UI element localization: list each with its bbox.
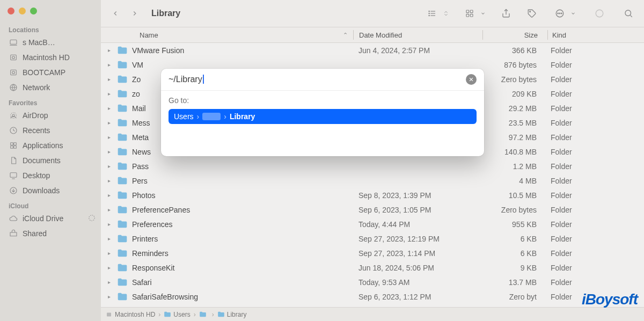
- pathbar-item[interactable]: [199, 311, 209, 318]
- folder-icon: [217, 311, 225, 318]
- disclosure-triangle-icon[interactable]: ▸: [101, 221, 117, 227]
- file-row[interactable]: ▸SafariToday, 9:53 AM13.7 MBFolder: [101, 275, 644, 289]
- disclosure-triangle-icon[interactable]: ▸: [101, 294, 117, 300]
- sidebar-section-title: Locations: [0, 22, 101, 35]
- sidebar-item[interactable]: Recents: [0, 123, 101, 138]
- minimize-window-button[interactable]: [19, 8, 26, 14]
- svg-rect-14: [10, 173, 17, 178]
- tag-icon[interactable]: [524, 6, 540, 20]
- disclosure-triangle-icon[interactable]: ▸: [101, 163, 117, 169]
- file-row[interactable]: ▸PreferencesToday, 4:44 PM955 KBFolder: [101, 217, 644, 231]
- disclosure-triangle-icon[interactable]: ▸: [101, 134, 117, 140]
- goto-label: Go to:: [169, 96, 477, 105]
- disclosure-triangle-icon[interactable]: ▸: [101, 250, 117, 256]
- file-name: SafariSafeBrowsing: [132, 293, 198, 301]
- sidebar-item[interactable]: Network: [0, 80, 101, 95]
- disclosure-triangle-icon[interactable]: ▸: [101, 120, 117, 126]
- sidebar-item[interactable]: Documents: [0, 153, 101, 168]
- sidebar-item[interactable]: Downloads: [0, 183, 101, 198]
- chevron-down-icon[interactable]: [570, 6, 576, 20]
- file-kind: Folder: [546, 104, 644, 113]
- sort-ascending-icon: ⌃: [343, 32, 348, 39]
- column-header-date[interactable]: Date Modified: [354, 31, 482, 39]
- folder-icon: [117, 177, 128, 185]
- disclosure-triangle-icon[interactable]: ▸: [101, 279, 117, 285]
- sidebar-item[interactable]: Applications: [0, 138, 101, 153]
- sidebar-item[interactable]: BOOTCAMP: [0, 65, 101, 80]
- file-name: zo: [132, 90, 140, 98]
- disclosure-triangle-icon[interactable]: ▸: [101, 76, 117, 82]
- disclosure-triangle-icon[interactable]: ▸: [101, 207, 117, 213]
- search-icon[interactable]: [620, 6, 636, 20]
- file-row[interactable]: ▸VMware FusionJun 4, 2024, 2:57 PM366 KB…: [101, 43, 644, 57]
- maximize-window-button[interactable]: [30, 8, 37, 14]
- pathbar-item[interactable]: Library: [217, 311, 247, 318]
- file-row[interactable]: ▸SafariSafeBrowsingSep 6, 2023, 1:12 PMZ…: [101, 289, 644, 304]
- svg-rect-27: [466, 14, 469, 17]
- disclosure-triangle-icon[interactable]: ▸: [101, 178, 117, 184]
- svg-point-3: [12, 56, 15, 59]
- file-row[interactable]: ▸Pass1.2 MBFolder: [101, 159, 644, 173]
- file-kind: Folder: [546, 177, 644, 185]
- file-row[interactable]: ▸PreferencePanesSep 6, 2023, 1:05 PMZero…: [101, 202, 644, 217]
- sidebar-item[interactable]: s MacB…: [0, 35, 101, 50]
- pathbar-item[interactable]: Users: [164, 311, 190, 318]
- file-row[interactable]: ▸ResponseKitJun 18, 2024, 5:06 PM9 KBFol…: [101, 260, 644, 275]
- sidebar-item[interactable]: Macintosh HD: [0, 50, 101, 65]
- desktop-icon: [9, 171, 18, 180]
- back-button[interactable]: [108, 6, 122, 20]
- disclosure-triangle-icon[interactable]: ▸: [101, 192, 117, 198]
- file-size: Zero bytes: [482, 75, 546, 84]
- sidebar-item[interactable]: iCloud Drive: [0, 211, 101, 226]
- view-switch-icon[interactable]: [442, 6, 450, 20]
- action-menu-icon[interactable]: [552, 6, 568, 20]
- icloud-icon: [9, 214, 18, 223]
- sidebar-item-label: s MacB…: [23, 38, 55, 47]
- file-kind: Folder: [546, 162, 644, 171]
- airdrop-icon: [9, 111, 18, 120]
- disclosure-triangle-icon[interactable]: ▸: [101, 149, 117, 155]
- column-header-size[interactable]: Size: [483, 31, 547, 39]
- column-header-kind[interactable]: Kind: [548, 31, 644, 39]
- close-window-button[interactable]: [8, 8, 14, 14]
- pathbar-item[interactable]: Macintosh HD: [105, 311, 155, 318]
- disclosure-triangle-icon[interactable]: ▸: [101, 62, 117, 68]
- info-icon[interactable]: [591, 6, 608, 20]
- sidebar-item[interactable]: Desktop: [0, 168, 101, 183]
- file-row[interactable]: ▸Pers4 MBFolder: [101, 173, 644, 188]
- goto-suggestion-row[interactable]: Users › › Library: [169, 109, 477, 124]
- file-name: Pers: [132, 177, 148, 185]
- file-row[interactable]: ▸PhotosSep 8, 2023, 1:39 PM10.5 MBFolder: [101, 188, 644, 202]
- svg-rect-2: [11, 55, 17, 60]
- group-by-icon[interactable]: [462, 6, 478, 20]
- disclosure-triangle-icon[interactable]: ▸: [101, 47, 117, 53]
- folder-icon: [117, 249, 128, 258]
- goto-path-input[interactable]: ~/Library: [169, 75, 466, 84]
- disclosure-triangle-icon[interactable]: ▸: [101, 236, 117, 242]
- clock-icon: [9, 126, 18, 135]
- hdd-icon: [9, 53, 18, 62]
- file-kind: Folder: [546, 278, 644, 287]
- disclosure-triangle-icon[interactable]: ▸: [101, 105, 117, 111]
- file-kind: Folder: [546, 133, 644, 142]
- file-date: Sep 27, 2023, 1:14 PM: [353, 249, 482, 258]
- svg-point-23: [429, 13, 429, 13]
- goto-path-value: ~/Library: [169, 75, 202, 84]
- share-icon[interactable]: [498, 6, 514, 20]
- sidebar-item-label: Network: [23, 83, 50, 92]
- file-row[interactable]: ▸RemindersSep 27, 2023, 1:14 PM6 KBFolde…: [101, 246, 644, 260]
- folder-icon: [117, 162, 128, 171]
- column-header-name[interactable]: Name ⌃: [101, 31, 353, 39]
- disclosure-triangle-icon[interactable]: ▸: [101, 265, 117, 271]
- sidebar-item[interactable]: AirDrop: [0, 108, 101, 123]
- disclosure-triangle-icon[interactable]: ▸: [101, 91, 117, 97]
- clear-button[interactable]: [466, 74, 477, 85]
- list-view-icon[interactable]: [424, 6, 440, 20]
- folder-icon: [117, 133, 128, 142]
- file-name: Pass: [132, 162, 149, 171]
- file-size: 6 KB: [482, 235, 546, 243]
- forward-button[interactable]: [128, 6, 142, 20]
- chevron-down-icon[interactable]: [480, 6, 486, 20]
- file-row[interactable]: ▸PrintersSep 27, 2023, 12:19 PM6 KBFolde…: [101, 231, 644, 246]
- sidebar-item[interactable]: Shared: [0, 226, 101, 241]
